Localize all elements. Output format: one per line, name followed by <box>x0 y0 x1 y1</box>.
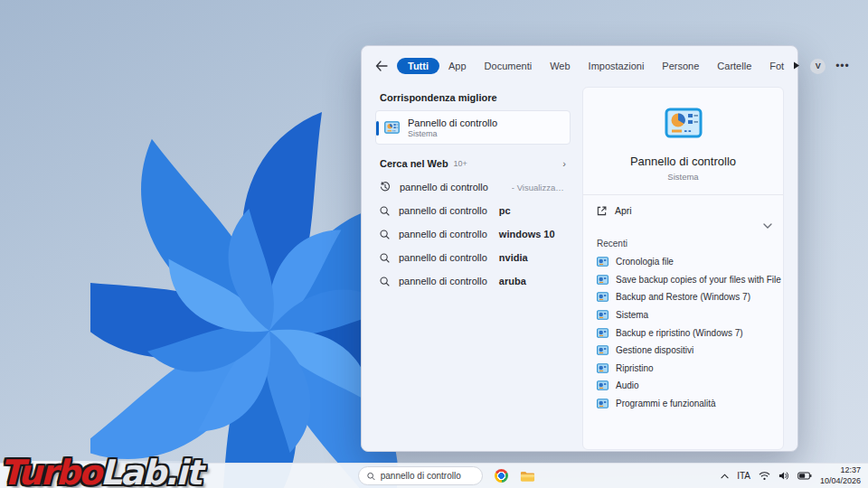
hidden-icons-button[interactable] <box>721 474 729 479</box>
chevron-down-icon <box>763 223 772 229</box>
best-match-subtitle: Sistema <box>408 129 497 138</box>
web-suggestion[interactable]: pannello di controlloaruba <box>375 269 571 293</box>
results-column: Corrispondenza migliore Pannello di cont… <box>375 86 571 450</box>
recent-item[interactable]: Sistema <box>583 306 783 324</box>
file-explorer-button[interactable] <box>520 470 535 483</box>
suggestion-suffix: aruba <box>499 276 526 286</box>
control-panel-icon <box>597 310 609 320</box>
web-search-title: Cerca nel Web <box>380 158 448 169</box>
search-icon <box>380 277 390 286</box>
chevron-right-icon: › <box>562 158 566 169</box>
battery-button[interactable] <box>797 472 812 480</box>
suggestion-text: pannello di controllo <box>399 252 487 263</box>
search-icon <box>380 230 390 239</box>
recent-item-label: Backup e ripristino (Windows 7) <box>616 328 743 338</box>
suggestion-suffix: nvidia <box>499 252 528 263</box>
wifi-icon <box>759 471 770 481</box>
tab-cartelle[interactable]: Cartelle <box>708 58 760 74</box>
tab-impostazioni[interactable]: Impostazioni <box>580 58 654 74</box>
expand-actions[interactable] <box>583 221 783 230</box>
search-icon <box>367 472 375 481</box>
recent-item[interactable]: Save backup copies of your files with Fi… <box>583 271 783 289</box>
suggestion-text: pannello di controllo <box>400 182 488 192</box>
recent-item[interactable]: Cronologia file <box>583 253 783 271</box>
best-match-title: Pannello di controllo <box>408 117 497 128</box>
open-external-icon <box>597 206 607 216</box>
chrome-icon[interactable] <box>495 469 508 483</box>
recent-item[interactable]: Ripristino <box>583 360 783 378</box>
suggestion-text: pannello di controllo <box>399 276 487 286</box>
taskbar-search-box[interactable] <box>358 466 483 485</box>
recent-item[interactable]: Gestione dispositivi <box>583 342 783 360</box>
suggestion-text: pannello di controllo <box>399 205 487 216</box>
taskbar-center-group <box>333 464 535 488</box>
search-filter-bar: Tutti App Documenti Web Impostazioni Per… <box>362 46 797 86</box>
detail-subtitle: Sistema <box>583 172 783 182</box>
control-panel-icon <box>597 257 609 267</box>
detail-title: Pannello di controllo <box>583 155 783 168</box>
taskbar-search-input[interactable] <box>381 471 474 481</box>
selection-accent-bar <box>376 121 379 136</box>
recent-item-label: Audio <box>616 380 639 390</box>
best-match-heading: Corrispondenza migliore <box>380 92 571 103</box>
control-panel-icon <box>597 292 609 302</box>
result-detail-panel: Pannello di controllo Sistema Apri Recen… <box>582 87 784 450</box>
system-tray: ITA 12:37 10/04/2026 <box>721 464 861 488</box>
suggestion-suffix: windows 10 <box>499 229 555 239</box>
clock-date: 10/04/2026 <box>820 476 861 487</box>
control-panel-icon <box>597 275 609 285</box>
avatar[interactable]: V <box>810 59 826 74</box>
open-action[interactable]: Apri <box>583 195 783 221</box>
recent-item[interactable]: Audio <box>583 377 783 395</box>
tab-persone[interactable]: Persone <box>653 58 708 74</box>
recent-heading: Recenti <box>583 230 783 253</box>
web-suggestion[interactable]: pannello di controllopc <box>375 199 571 222</box>
control-panel-icon <box>384 121 400 134</box>
network-flyout-button[interactable] <box>759 471 770 481</box>
tab-web[interactable]: Web <box>541 58 579 74</box>
recent-item[interactable]: Backup e ripristino (Windows 7) <box>583 324 783 342</box>
history-icon <box>380 182 391 192</box>
best-match-text: Pannello di controllo Sistema <box>408 117 497 138</box>
tab-app[interactable]: App <box>439 58 476 74</box>
search-filter-tabs: Tutti App Documenti Web Impostazioni Per… <box>397 58 793 74</box>
battery-icon <box>797 472 812 480</box>
clock-time: 12:37 <box>820 465 861 476</box>
best-match-item[interactable]: Pannello di controllo Sistema <box>375 110 571 145</box>
recent-item[interactable]: Programmi e funzionalità <box>583 395 783 413</box>
web-search-count-badge: 10+ <box>454 159 467 168</box>
tab-fot[interactable]: Fot <box>760 58 793 74</box>
suggestion-note: - Visualizza altri risultati... <box>512 183 566 192</box>
web-suggestion[interactable]: pannello di controllo- Visualizza altri … <box>375 175 571 199</box>
recent-item-label: Sistema <box>616 310 648 320</box>
tabs-overflow-icon[interactable] <box>793 61 800 71</box>
tabs-right-group: V ••• <box>793 59 850 74</box>
control-panel-icon-large <box>664 103 703 143</box>
web-suggestions-list: pannello di controllo- Visualizza altri … <box>375 175 571 293</box>
recent-item-label: Backup and Restore (Windows 7) <box>616 292 750 302</box>
volume-button[interactable] <box>778 471 789 481</box>
control-panel-icon <box>597 380 609 390</box>
search-icon <box>380 253 390 263</box>
folder-icon <box>520 470 535 483</box>
tab-tutti[interactable]: Tutti <box>397 58 439 74</box>
recent-list: Cronologia file Save backup copies of yo… <box>583 253 783 412</box>
start-button[interactable] <box>333 469 346 483</box>
search-window-body: Corrispondenza migliore Pannello di cont… <box>362 86 797 450</box>
more-options-icon[interactable]: ••• <box>835 63 850 69</box>
chevron-up-icon <box>721 474 729 479</box>
web-suggestion[interactable]: pannello di controllonvidia <box>375 246 571 269</box>
back-icon[interactable] <box>375 58 388 74</box>
clock[interactable]: 12:37 10/04/2026 <box>820 465 861 486</box>
recent-item-label: Save backup copies of your files with Fi… <box>616 275 783 285</box>
tab-documenti[interactable]: Documenti <box>476 58 542 74</box>
recent-item-label: Programmi e funzionalità <box>616 399 716 408</box>
taskbar: ITA 12:37 10/04/2026 <box>0 463 868 488</box>
web-suggestion[interactable]: pannello di controllowindows 10 <box>375 222 571 246</box>
control-panel-icon <box>597 363 609 373</box>
recent-item[interactable]: Backup and Restore (Windows 7) <box>583 288 783 306</box>
language-indicator[interactable]: ITA <box>737 471 750 481</box>
search-flyout: Tutti App Documenti Web Impostazioni Per… <box>361 45 798 452</box>
web-search-heading[interactable]: Cerca nel Web 10+ › <box>375 158 571 169</box>
volume-icon <box>778 471 789 481</box>
